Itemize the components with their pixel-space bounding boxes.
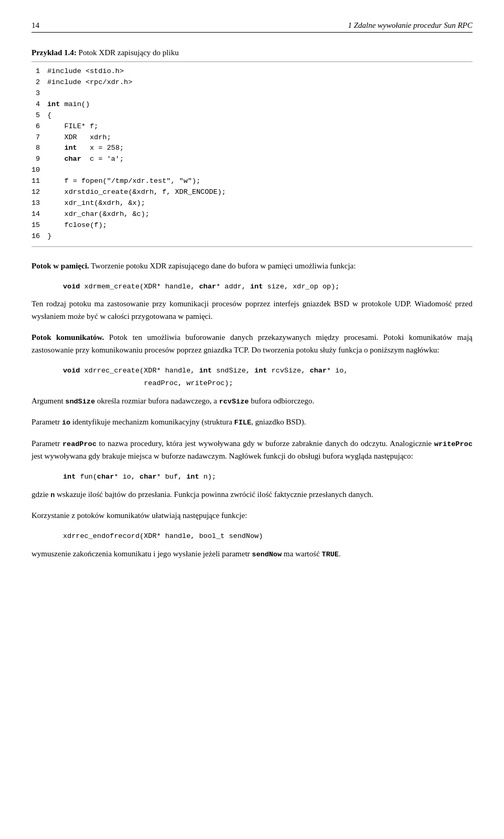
code-line: 5 {: [32, 110, 472, 121]
section-text-potok-pamieci: Tworzenie potoku XDR zapisującego dane d…: [91, 262, 356, 270]
inline-io: io: [62, 419, 70, 427]
example-description: Potok XDR zapisujący do pliku: [79, 48, 179, 57]
para-endofrecord-desc: wymuszenie zakończenia komunikatu i jego…: [32, 547, 472, 561]
section-potok-komunikatow: Potok komunikatów. Potok ten umożliwia b…: [32, 331, 472, 356]
code-line: 3: [32, 88, 472, 99]
page-number: 14: [32, 21, 39, 30]
code-line: 7 XDR xdrh;: [32, 132, 472, 143]
para-readproc-param: Parametr readProc to nazwa procedury, kt…: [32, 437, 472, 463]
function-xdrmem-create: void xdrmem_create(XDR* handle, char* ad…: [32, 281, 472, 293]
section-title-potok-pamieci: Potok w pamięci.: [32, 262, 89, 270]
inline-writeproc: writeProc: [434, 440, 472, 448]
inline-sendnow: sendNow: [252, 551, 282, 558]
inline-n: n: [50, 491, 55, 499]
page-title: 1 Zdalne wywołanie procedur Sun RPC: [348, 21, 472, 30]
para-sndsize: Argument sndSize określa rozmiar bufora …: [32, 395, 472, 408]
para-gniazdek-bsd: Ten rodzaj potoku ma zastosowanie przy k…: [32, 297, 472, 323]
inline-rcvsize: rcvSize: [219, 398, 249, 406]
section-title-komunikatow: Potok komunikatów.: [32, 333, 104, 341]
para-n-param: gdzie n wskazuje ilość bajtów do przesła…: [32, 488, 472, 501]
code-line: 11 f = fopen("/tmp/xdr.test", "w");: [32, 176, 472, 187]
section-potok-pamieci: Potok w pamięci. Tworzenie potoku XDR za…: [32, 260, 472, 272]
code-line: 13 xdr_int(&xdrh, &x);: [32, 198, 472, 209]
example-label: Przykład 1.4:: [32, 48, 77, 57]
inline-true: TRUE: [322, 551, 339, 558]
code-line: 6 FILE* f;: [32, 121, 472, 132]
example-header: Przykład 1.4: Potok XDR zapisujący do pl…: [32, 48, 472, 57]
example-title: Przykład 1.4: Potok XDR zapisujący do pl…: [32, 48, 178, 57]
code-line: 4 int main(): [32, 99, 472, 110]
code-line: 15 fclose(f);: [32, 220, 472, 231]
inline-sndsize: sndSize: [65, 398, 95, 406]
para-io-param: Parametr io identyfikuje mechanizm komun…: [32, 416, 472, 429]
code-line: 1 #include <stdio.h>: [32, 66, 472, 77]
inline-file: FILE: [234, 419, 251, 427]
function-xdrrec-create: void xdrrec_create(XDR* handle, int sndS…: [32, 365, 472, 390]
code-line: 2 #include <rpc/xdr.h>: [32, 77, 472, 88]
code-block: 1 #include <stdio.h> 2 #include <rpc/xdr…: [32, 61, 472, 247]
function-xdrrec-endofrecord: xdrrec_endofrecord(XDR* handle, bool_t s…: [32, 530, 472, 543]
para-korzystanie: Korzystanie z potoków komunikatów ułatwi…: [32, 509, 472, 522]
page-header: 14 1 Zdalne wywołanie procedur Sun RPC: [32, 21, 472, 33]
inline-readproc: readProc: [62, 440, 97, 448]
code-line: 8 int x = 258;: [32, 143, 472, 154]
code-line: 14 xdr_char(&xdrh, &c);: [32, 209, 472, 220]
code-line: 12 xdrstdio_create(&xdrh, f, XDR_ENCODE)…: [32, 187, 472, 198]
function-fun: int fun(char* io, char* buf, int n);: [32, 471, 472, 483]
code-line: 10: [32, 165, 472, 176]
code-line: 9 char c = 'a';: [32, 154, 472, 165]
code-line: 16 }: [32, 231, 472, 242]
